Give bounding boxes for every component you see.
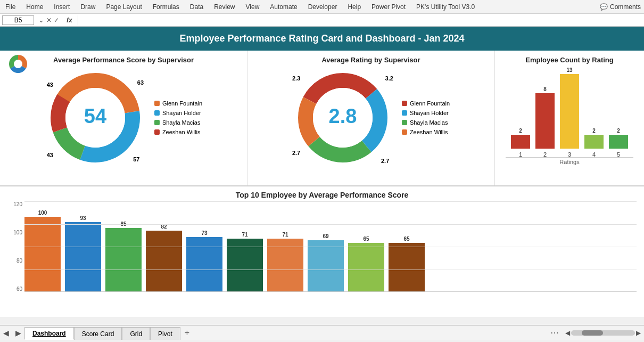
donut1-svg-wrap: 54 43 63 43 57 <box>45 67 146 168</box>
bar-chart-bars: 2 1 8 2 13 3 <box>506 67 633 158</box>
menu-data[interactable]: Data <box>188 2 205 12</box>
svg-point-1 <box>14 60 22 68</box>
donut2-legend-dot-4 <box>402 129 407 135</box>
bottom-bar-5: 73 <box>186 230 222 292</box>
bar-val-2: 8 <box>543 86 547 92</box>
donut1-legend-4: Zeeshan Willis <box>154 129 202 135</box>
bottom-bar-8: 69 <box>308 233 344 292</box>
sheet-tabs: ◀ ▶ Dashboard Score Card Grid Pivot + ⋯ … <box>0 325 644 340</box>
donut1-legend-label-4: Zeeshan Willis <box>162 129 201 135</box>
tab-add-button[interactable]: + <box>180 325 194 340</box>
bar-rect-4 <box>584 135 604 149</box>
svg-text:2.8: 2.8 <box>328 105 357 127</box>
bottom-rect-4 <box>146 231 182 292</box>
menu-power-pivot[interactable]: Power Pivot <box>369 2 408 12</box>
cell-reference[interactable] <box>2 15 34 25</box>
bottom-rect-8 <box>308 240 344 292</box>
scroll-right-icon[interactable]: ▶ <box>636 329 641 337</box>
donut2-legend-4: Zeeshan Willis <box>402 129 450 135</box>
donut2-svg-wrap: 2.8 2.3 3.2 2.7 2.7 <box>292 67 393 168</box>
bar-val-3: 13 <box>566 67 572 73</box>
menu-help[interactable]: Help <box>345 2 363 12</box>
donut2-legend-label-4: Zeeshan Willis <box>410 129 448 135</box>
bar-rect-3 <box>560 74 579 149</box>
y-axis-labels: 120 100 80 60 <box>7 201 22 292</box>
tab-nav-next[interactable]: ▶ <box>12 325 24 340</box>
menu-file[interactable]: File <box>3 2 18 12</box>
bar-rect-2 <box>535 93 555 149</box>
menu-page-layout[interactable]: Page Layout <box>104 2 144 12</box>
bottom-rect-1 <box>24 217 61 292</box>
menu-review[interactable]: Review <box>212 2 237 12</box>
donut1-title: Average Performance Score by Supervisor <box>7 56 240 64</box>
cancel-formula-icon[interactable]: ✕ <box>46 17 52 24</box>
y-label-80: 80 <box>7 258 22 264</box>
bottom-val-2: 93 <box>80 215 86 221</box>
tab-right-controls: ⋯ ◀ ▶ <box>550 325 644 340</box>
bar-group-3: 13 3 <box>560 67 579 158</box>
bottom-val-5: 73 <box>201 230 207 236</box>
menu-automate[interactable]: Automate <box>268 2 299 12</box>
tab-scorecard[interactable]: Score Card <box>74 327 122 340</box>
dashboard-area: Employee Performance Rating Card and Das… <box>0 27 644 340</box>
menu-view[interactable]: View <box>244 2 262 12</box>
tab-dashboard[interactable]: Dashboard <box>24 327 74 340</box>
menu-draw[interactable]: Draw <box>78 2 97 12</box>
tab-grid[interactable]: Grid <box>122 327 150 340</box>
donut1-legend-label-3: Shayla Macias <box>162 119 201 126</box>
bar-rect-1 <box>511 135 530 149</box>
logo <box>7 53 29 75</box>
tab-more-icon[interactable]: ⋯ <box>550 328 559 338</box>
donut2-legend-3: Shayla Macias <box>402 119 450 126</box>
donut2-title: Average Rating by Supervisor <box>255 56 487 64</box>
donut-chart-2: Average Rating by Supervisor 2.8 <box>247 51 495 185</box>
bar-group-5: 2 5 <box>609 128 628 158</box>
bar-rect-5 <box>609 135 628 149</box>
bar-val-4: 2 <box>592 128 596 134</box>
comment-icon: 💬 <box>600 3 608 11</box>
menu-home[interactable]: Home <box>24 2 45 12</box>
fx-icon: fx <box>67 17 72 24</box>
donut1-legend-dot-3 <box>154 120 160 125</box>
bottom-val-9: 65 <box>363 236 369 242</box>
bottom-bar-4: 82 <box>146 224 182 292</box>
menu-insert[interactable]: Insert <box>52 2 72 12</box>
donut1-label-br: 57 <box>133 156 139 162</box>
scrollbar-track[interactable] <box>571 330 635 336</box>
donut2-label-br: 2.7 <box>381 158 389 164</box>
formula-input[interactable] <box>78 15 642 25</box>
bottom-rect-10 <box>389 243 425 292</box>
scroll-left-icon[interactable]: ◀ <box>565 329 570 337</box>
menu-formulas[interactable]: Formulas <box>151 2 181 12</box>
bottom-val-6: 71 <box>242 232 247 238</box>
menu-pk-utility[interactable]: PK's Utility Tool V3.0 <box>414 2 477 12</box>
bottom-rect-5 <box>186 237 222 292</box>
bar-group-1: 2 1 <box>511 128 530 158</box>
menu-developer[interactable]: Developer <box>306 2 340 12</box>
donut2-legend: Glenn Fountain Shayan Holder Shayla Maci… <box>402 100 450 135</box>
bar-chart-panel: Employee Count by Rating 2 1 8 <box>495 51 644 185</box>
bottom-bar-9: 65 <box>348 236 384 292</box>
bar-group-2: 8 2 <box>535 86 555 158</box>
top-charts-row: Average Performance Score by Supervisor <box>0 51 644 186</box>
bar-group-4: 2 4 <box>584 128 604 158</box>
donut2-legend-1: Glenn Fountain <box>402 100 450 107</box>
confirm-formula-icon[interactable]: ✓ <box>54 17 59 24</box>
dashboard-title: Employee Performance Rating Card and Das… <box>179 33 464 44</box>
bottom-rect-3 <box>105 228 142 292</box>
bottom-chart-title: Top 10 Employee by Average Performance S… <box>7 191 637 199</box>
bottom-val-7: 71 <box>282 232 288 238</box>
tab-pivot[interactable]: Pivot <box>150 327 180 340</box>
bar-xaxis-label: Ratings <box>506 159 633 165</box>
bottom-val-10: 65 <box>403 236 409 242</box>
donut2-legend-label-1: Glenn Fountain <box>410 100 450 107</box>
bar-chart-title: Employee Count by Rating <box>502 56 637 64</box>
donut2-svg: 2.8 <box>292 67 393 168</box>
bottom-bar-2: 93 <box>65 215 101 292</box>
expand-icon[interactable]: ⌄ <box>38 16 44 24</box>
donut1-legend-dot-4 <box>154 129 160 135</box>
donut2-legend-label-2: Shayan Holder <box>410 110 449 116</box>
tab-nav-prev[interactable]: ◀ <box>0 325 12 340</box>
scrollbar-thumb[interactable] <box>582 330 603 336</box>
comments-label[interactable]: Comments <box>610 3 641 11</box>
